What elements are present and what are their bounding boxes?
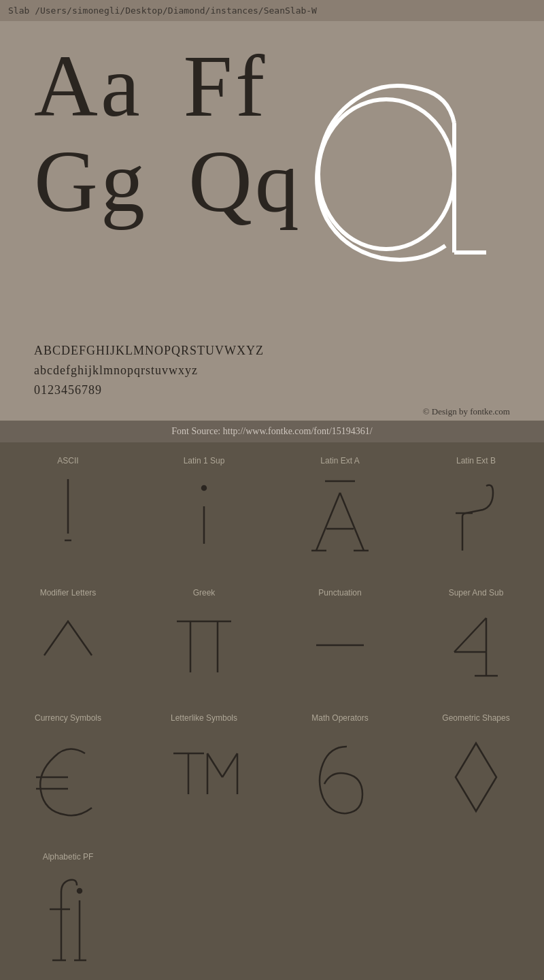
outlined-a (286, 55, 490, 276)
credit: © Design by fontke.com (0, 403, 544, 421)
svg-marker-30 (456, 743, 496, 811)
svg-line-20 (454, 618, 486, 652)
font-source-text: Font Source: http://www.fontke.com/font/… (171, 426, 372, 436)
glyph-label-latinextb: Latin Ext B (415, 456, 537, 466)
glyph-symbol-superandsub (415, 608, 537, 683)
glyph-cell-mathop: Math Operators (272, 700, 408, 838)
letter-pair-ff: Ff (184, 42, 268, 130)
glyph-cell-empty2 (272, 838, 408, 980)
alphabet-strip: ABCDEFGHIJKLMNOPQRSTUVWXYZ abcdefghijklm… (0, 334, 544, 403)
glyph-label-punctuation: Punctuation (279, 588, 401, 598)
font-preview: Aa Ff Gg Qq (0, 21, 544, 334)
letter-pair-gg: Gg (34, 137, 148, 225)
glyph-cell-geometric: Geometric Shapes (408, 700, 544, 838)
svg-point-33 (78, 889, 82, 894)
svg-line-27 (207, 753, 222, 777)
glyph-symbol-geometric (415, 733, 537, 821)
glyph-cell-greek: Greek (136, 574, 272, 700)
glyph-symbol-modifier (7, 608, 129, 676)
digits: 0123456789 (34, 380, 510, 400)
glyph-label-ascii: ASCII (7, 456, 129, 466)
glyph-label-letterlike: Letterlike Symbols (143, 713, 265, 723)
svg-line-28 (222, 753, 237, 777)
glyph-cell-empty1 (136, 838, 272, 980)
glyph-cell-alphabeticpf: Alphabetic PF (0, 838, 136, 980)
lowercase-alphabet: abcdefghijklmnopqrstuvwxyz (34, 361, 510, 380)
letter-pair-aa: Aa (34, 42, 143, 130)
glyph-label-geometric: Geometric Shapes (415, 713, 537, 723)
glyph-symbol-latin1sup (143, 476, 265, 557)
glyph-label-currency: Currency Symbols (7, 713, 129, 723)
svg-line-8 (316, 493, 340, 551)
glyph-cell-currency: Currency Symbols (0, 700, 136, 838)
glyph-symbol-latinexta (279, 476, 401, 557)
uppercase-alphabet: ABCDEFGHIJKLMNOPQRSTUVWXYZ (34, 341, 510, 361)
glyph-label-greek: Greek (143, 588, 265, 598)
glyph-cell-ascii: ASCII (0, 442, 136, 574)
glyph-cell-latinextb: Latin Ext B (408, 442, 544, 574)
glyph-grid: ASCII Latin 1 Sup Latin Ext A (0, 442, 544, 980)
glyph-label-mathop: Math Operators (279, 713, 401, 723)
glyph-symbol-alphabeticpf (7, 872, 129, 974)
glyph-symbol-currency (7, 733, 129, 821)
svg-line-9 (340, 493, 364, 551)
credit-text: © Design by fontke.com (423, 406, 510, 416)
glyph-label-latinexta: Latin Ext A (279, 456, 401, 466)
glyph-cell-superandsub: Super And Sub (408, 574, 544, 700)
glyph-label-latin1sup: Latin 1 Sup (143, 456, 265, 466)
glyph-cell-letterlike: Letterlike Symbols (136, 700, 272, 838)
glyph-symbol-mathop (279, 733, 401, 821)
glyph-label-modifier: Modifier Letters (7, 588, 129, 598)
glyph-label-superandsub: Super And Sub (415, 588, 537, 598)
letter-pair-qq: Qq (188, 137, 302, 225)
svg-point-5 (202, 486, 207, 491)
glyph-symbol-latinextb (415, 476, 537, 557)
glyph-cell-empty3 (408, 838, 544, 980)
glyph-symbol-greek (143, 608, 265, 683)
glyph-cell-latinexta: Latin Ext A (272, 442, 408, 574)
svg-point-0 (318, 99, 454, 249)
glyph-cell-latin1sup: Latin 1 Sup (136, 442, 272, 574)
glyph-cell-punctuation: Punctuation (272, 574, 408, 700)
font-source-bar: Font Source: http://www.fontke.com/font/… (0, 421, 544, 442)
glyph-symbol-punctuation (279, 608, 401, 676)
dark-section: Font Source: http://www.fontke.com/font/… (0, 421, 544, 980)
glyph-label-alphabeticpf: Alphabetic PF (7, 852, 129, 862)
path-text: Slab /Users/simonegli/Desktop/Diamond/in… (8, 5, 317, 16)
glyph-symbol-letterlike (143, 733, 265, 808)
top-bar: Slab /Users/simonegli/Desktop/Diamond/in… (0, 0, 544, 21)
glyph-symbol-ascii (7, 476, 129, 557)
glyph-cell-modifier: Modifier Letters (0, 574, 136, 700)
